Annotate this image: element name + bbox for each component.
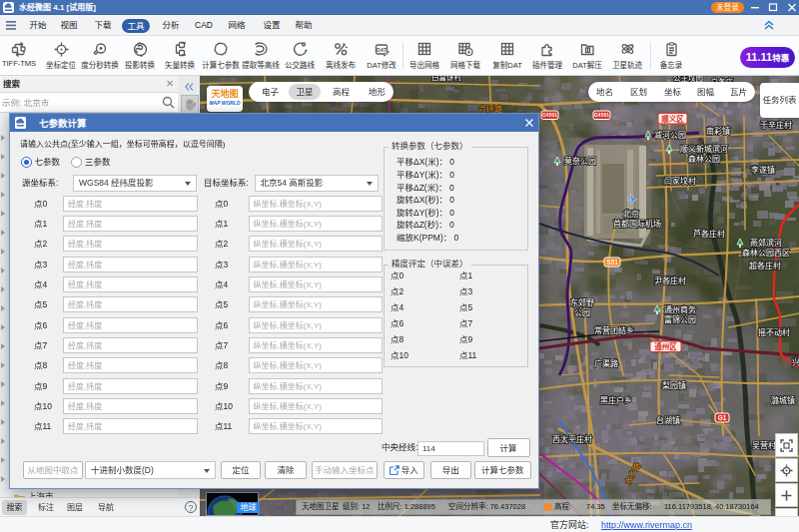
svg-text:S51: S51 <box>606 259 618 266</box>
svg-text:莫奈公园: 莫奈公园 <box>564 156 596 166</box>
svg-text:减河公园: 减河公园 <box>654 130 686 140</box>
svg-text:✈: ✈ <box>627 193 637 207</box>
svg-text:吴营村: 吴营村 <box>752 440 776 450</box>
svg-text:梨园镇: 梨园镇 <box>662 380 686 390</box>
svg-text:G4501: G4501 <box>594 112 609 118</box>
svg-text:兴: 兴 <box>792 358 799 367</box>
svg-text:北京: 北京 <box>623 209 639 219</box>
svg-text:森林公园: 森林公园 <box>688 154 720 164</box>
svg-text:芦各庄村: 芦各庄村 <box>693 229 725 239</box>
svg-text:台湖镇: 台湖镇 <box>656 415 680 425</box>
svg-text:超各庄村: 超各庄村 <box>749 261 781 270</box>
svg-text:南彩镇: 南彩镇 <box>706 126 730 136</box>
svg-text:常营团结乡: 常营团结乡 <box>594 325 634 335</box>
svg-text:公园: 公园 <box>574 308 590 317</box>
svg-text:顺义新城滨河: 顺义新城滨河 <box>680 144 728 154</box>
svg-text:潞城镇: 潞城镇 <box>771 395 795 405</box>
svg-text:顺义区: 顺义区 <box>661 114 684 124</box>
svg-text:DAT: DAT <box>377 47 387 53</box>
svg-text:通州区: 通州区 <box>654 341 677 351</box>
svg-text:首都国际机场: 首都国际机场 <box>613 219 661 229</box>
svg-text:黑庄户乡: 黑庄户乡 <box>600 395 632 405</box>
svg-text:闫家坟村: 闫家坟村 <box>664 176 696 186</box>
svg-text:森林公园西区: 森林公园西区 <box>742 248 790 258</box>
svg-text:燕郊滨河: 燕郊滨河 <box>750 238 782 248</box>
svg-text:尹各庄村: 尹各庄村 <box>654 275 686 285</box>
svg-text:通州商务: 通州商务 <box>664 304 696 314</box>
svg-text:摇不动村: 摇不动村 <box>758 327 790 337</box>
svg-text:G1: G1 <box>718 414 727 421</box>
svg-text:广渠路: 广渠路 <box>594 358 618 368</box>
svg-text:G4501: G4501 <box>542 112 557 118</box>
svg-text:东郊野: 东郊野 <box>570 297 594 307</box>
svg-text:白富饼村: 白富饼村 <box>431 76 461 82</box>
svg-text:西太平庄村: 西太平庄村 <box>552 434 592 444</box>
svg-text:李遂镇: 李遂镇 <box>751 165 775 175</box>
svg-text:富锦公园: 富锦公园 <box>664 314 696 324</box>
svg-text:于辛庄村: 于辛庄村 <box>760 120 792 130</box>
